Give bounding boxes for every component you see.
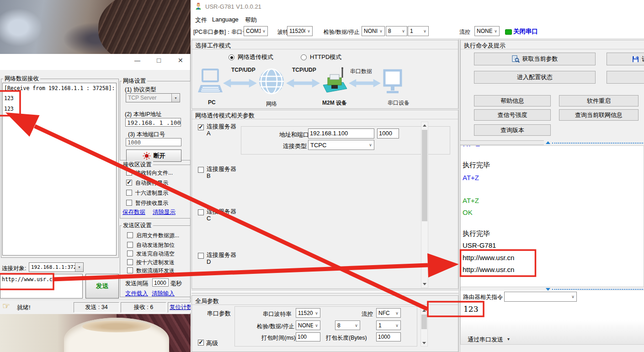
interval-unit-label: 毫秒	[170, 280, 182, 288]
checkbox-pause-recv[interactable]	[126, 200, 132, 206]
send-input[interactable]: http://www.usr.cn	[0, 274, 83, 299]
auto-wrap-label: 自动换行显示	[135, 179, 168, 187]
pc-laptop-icon	[198, 69, 223, 98]
router-cmd-select[interactable]: ∨	[504, 292, 577, 302]
parity-label: 检验/数据/停止	[324, 28, 360, 36]
local-port-field[interactable]: 1000	[126, 138, 181, 146]
stopbits-value: 1	[408, 28, 421, 34]
advanced-label: 高级	[206, 339, 218, 347]
g-parity-select[interactable]: NONE∨	[296, 320, 320, 330]
checkbox-hex-send[interactable]	[127, 259, 133, 265]
dropdown-caret-icon[interactable]: ▾	[507, 336, 510, 341]
scroll-up-arrow[interactable]	[422, 309, 426, 312]
connection-target-select[interactable]: 192.168.1.1:37258 ▼	[29, 262, 84, 272]
baud-select[interactable]: 115200∨	[287, 26, 313, 36]
conn-type-select[interactable]: TCPC∨	[308, 140, 374, 150]
scrollbar-thumb[interactable]	[421, 315, 427, 329]
baud-value: 115200	[287, 28, 305, 34]
help-info-button[interactable]: 帮助信息	[474, 95, 551, 107]
signal-strength-button[interactable]: 查信号强度	[474, 109, 551, 121]
checkbox-loop-send[interactable]	[127, 267, 133, 273]
photo-window-light	[0, 5, 59, 54]
flow-label: 流控	[459, 28, 470, 36]
get-params-button[interactable]: 获取当前参数	[474, 53, 596, 65]
log-top-splitter[interactable]	[460, 140, 544, 145]
local-ip-label: (2) 本地IP地址	[125, 111, 162, 118]
receive-text-area[interactable]: [Receive from 192.168.1.1 : 37258]: 123 …	[2, 83, 117, 256]
query-version-button[interactable]: 查询版本	[474, 124, 551, 136]
reset-count-link[interactable]: 复位计数	[170, 304, 192, 311]
scroll-down-arrow[interactable]	[423, 283, 426, 285]
checkbox-server-d[interactable]	[198, 253, 204, 259]
query-version-label: 查询版本	[500, 126, 524, 134]
divider	[192, 49, 458, 49]
net-info-button[interactable]: 查询当前联网信息	[559, 109, 639, 121]
checkbox-server-a[interactable]	[198, 124, 204, 130]
close-serial-button[interactable]: 关闭串口	[513, 27, 538, 36]
stopbits-select[interactable]: 1∨	[408, 26, 429, 36]
g-flow-select[interactable]: NFC∨	[376, 308, 401, 318]
disconnect-label: 断开	[154, 152, 165, 160]
checkbox-clear-after-send[interactable]	[127, 251, 133, 256]
menu-help[interactable]: 帮助	[245, 16, 257, 24]
send-interval-field[interactable]: 1000	[152, 278, 169, 287]
send-settings-title: 发送区设置	[122, 222, 153, 229]
flow-select[interactable]: NONE∨	[474, 26, 500, 36]
checkbox-hex-display[interactable]	[126, 190, 132, 196]
clear-input-link[interactable]: 清除输入	[152, 290, 175, 298]
cut-off-button[interactable]	[607, 71, 644, 84]
save-data-link[interactable]: 保存数据	[122, 208, 145, 216]
packlen-field[interactable]: 1000	[376, 332, 401, 341]
global-scrollbar[interactable]	[420, 307, 428, 347]
checkbox-recv-to-file[interactable]	[126, 170, 132, 176]
enter-config-button[interactable]: 进入配置状态	[474, 71, 596, 84]
menu-bar: 文件 Language 帮助	[191, 13, 644, 25]
checkbox-advanced[interactable]	[198, 340, 204, 346]
menu-file[interactable]: 文件	[195, 16, 207, 24]
server-a-port-field[interactable]: 1000	[377, 128, 399, 139]
network-receive-group: 网络数据接收 [Receive from 192.168.1.1 : 37258…	[1, 79, 119, 258]
expander-up-icon[interactable]	[546, 141, 550, 144]
checkbox-server-b[interactable]	[198, 167, 204, 173]
g-databits-select[interactable]: 8∨	[335, 320, 360, 330]
local-ip-field[interactable]: 192.168. 1 .100	[125, 118, 181, 127]
server-a-suffix: A	[207, 130, 211, 137]
maximize-button[interactable]: □	[157, 56, 161, 64]
chevron-down-icon: ∨	[394, 311, 400, 315]
file-load-link[interactable]: 文件载入	[125, 290, 148, 298]
minimize-button[interactable]: —	[134, 57, 140, 64]
scroll-up-arrow[interactable]	[423, 124, 426, 127]
scrollbar-thumb[interactable]	[422, 130, 427, 221]
send-button[interactable]: 发送	[85, 274, 119, 299]
sent-count: 发送 : 34	[85, 304, 107, 311]
scroll-down-arrow[interactable]	[422, 342, 426, 344]
serial-data-label: 串口数据	[350, 68, 372, 75]
close-button[interactable]: ✕	[178, 57, 183, 64]
send-via-serial-button[interactable]: 通过串口发送	[468, 336, 503, 344]
dotted-divider	[552, 143, 643, 144]
server-a-address-field[interactable]: 192.168.1.100	[308, 128, 374, 139]
checkbox-server-c[interactable]	[198, 209, 204, 215]
save-params-button[interactable]: 设	[607, 53, 644, 65]
signal-strength-label: 查信号强度	[498, 111, 527, 119]
servers-scrollbar[interactable]	[421, 122, 428, 288]
radio-net-passthrough[interactable]	[229, 54, 234, 60]
checkbox-file-source[interactable]	[127, 232, 133, 238]
protocol-select[interactable]: TCP Server ▼	[126, 93, 180, 102]
menu-language[interactable]: Language	[212, 16, 239, 23]
packtime-field[interactable]: 100	[296, 332, 320, 341]
databits-select[interactable]: 8∨	[386, 26, 407, 36]
clear-display-link[interactable]: 清除显示	[153, 208, 176, 216]
hex-send-label: 按十六进制发送	[136, 259, 175, 267]
checkbox-auto-append[interactable]	[127, 242, 133, 248]
horizontal-splitter[interactable]	[192, 290, 458, 293]
radio-httpd[interactable]	[301, 54, 307, 60]
expander-down-icon[interactable]	[546, 288, 550, 291]
software-restart-button[interactable]: 软件重启	[559, 95, 639, 107]
g-baud-select[interactable]: 115200∨	[296, 308, 320, 318]
disconnect-button[interactable]: 断开	[126, 149, 181, 162]
g-stopbits-select[interactable]: 1∨	[376, 320, 401, 330]
com-port-select[interactable]: COM10∨	[244, 26, 268, 36]
checkbox-auto-wrap[interactable]	[126, 180, 132, 186]
parity-select[interactable]: NONI∨	[362, 26, 385, 36]
